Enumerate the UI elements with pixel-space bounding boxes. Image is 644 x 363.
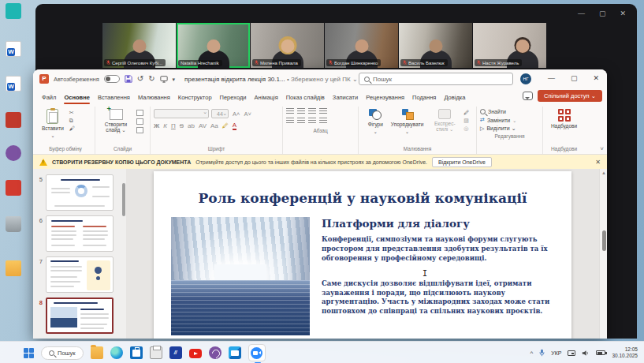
printer-icon[interactable] — [150, 346, 162, 359]
slide-thumbnail-row[interactable]: 6 — [33, 213, 126, 254]
participant-video[interactable]: Сергій Олегович Кубі... — [102, 23, 176, 68]
zoom-minimize-button[interactable]: — — [578, 9, 585, 17]
taskbar-search[interactable]: Пошук — [41, 346, 84, 360]
word-document-icon[interactable] — [6, 76, 21, 92]
tab-view[interactable]: Подання — [408, 92, 440, 104]
find-button[interactable]: Знайти — [480, 109, 539, 114]
grow-font-icon[interactable]: A˄ — [233, 110, 240, 118]
tab-transitions[interactable]: Переходи — [216, 92, 251, 104]
scroll-up-icon[interactable]: ▲ — [601, 170, 606, 175]
addins-button[interactable]: Надбудови — [549, 108, 579, 129]
slide-title[interactable]: Роль конференцій у науковій комунікації — [154, 190, 571, 206]
media-player-icon[interactable]: // — [169, 346, 182, 359]
font-name-combo[interactable] — [154, 109, 209, 118]
slide-6-thumbnail[interactable] — [46, 215, 114, 252]
desktop-app-icon[interactable] — [6, 3, 21, 19]
quick-access-more-icon[interactable]: ▾ — [173, 77, 176, 82]
line-spacing-icon[interactable] — [319, 108, 327, 114]
slide-paragraph-1[interactable]: Конференції, симпозіуми та наукові форум… — [322, 235, 554, 264]
tab-help[interactable]: Довідка — [440, 92, 469, 104]
red-app-shortcut-icon[interactable] — [6, 180, 21, 196]
viber-icon[interactable] — [209, 346, 221, 359]
slide-thumbnail-row[interactable]: 5 — [33, 172, 126, 213]
tab-animations[interactable]: Анімація — [251, 92, 282, 104]
undo-button[interactable]: ↺ — [137, 75, 143, 83]
reset-slide-icon[interactable] — [136, 118, 143, 125]
tab-home[interactable]: Основне — [60, 92, 93, 104]
folder-icon[interactable] — [6, 260, 21, 276]
italic-button[interactable]: К — [163, 123, 167, 129]
ppt-minimize-button[interactable]: — — [548, 74, 555, 82]
tab-file[interactable]: Файл — [38, 92, 60, 104]
ppt-search-box[interactable]: Пошук — [359, 73, 513, 85]
zoom-close-button[interactable]: ✕ — [620, 9, 626, 17]
warning-close-icon[interactable]: ✕ — [595, 159, 601, 166]
zoom-titlebar[interactable]: — ▢ ✕ — [35, 4, 637, 23]
word-document-icon[interactable] — [6, 41, 21, 57]
youtube-icon[interactable] — [189, 349, 202, 358]
participant-video[interactable]: Милена Привала — [251, 23, 324, 68]
shape-effects-icon[interactable]: ◎ — [463, 125, 469, 131]
cut-icon[interactable]: ✂ — [69, 110, 75, 115]
zoom-app-active[interactable] — [248, 344, 266, 361]
highlight-color-button[interactable]: 🖉 — [222, 123, 229, 129]
quick-styles-button[interactable]: Експрес-стилі ⌄ — [429, 108, 460, 133]
conference-hall-image[interactable] — [171, 217, 310, 335]
slide-7-thumbnail[interactable] — [46, 256, 114, 293]
collapse-ribbon-icon[interactable]: ˅ — [600, 145, 604, 152]
format-painter-icon[interactable]: 🖌 — [69, 125, 75, 131]
change-case-button[interactable]: Aa — [210, 123, 218, 129]
copy-icon[interactable]: ⧉ — [69, 118, 75, 123]
save-icon[interactable] — [125, 75, 132, 83]
share-button[interactable]: Спільний доступ ⌄ — [538, 90, 602, 102]
adobe-shortcut-icon[interactable] — [6, 112, 21, 128]
replace-button[interactable]: ⇄Замінити⌄ — [480, 117, 539, 123]
zoom-maximize-button[interactable]: ▢ — [599, 9, 606, 17]
open-onedrive-button[interactable]: Відкрити OneDrive — [432, 157, 492, 167]
slide-layout-icon[interactable] — [136, 110, 143, 116]
participant-video[interactable]: Богдан Шинкаренко — [325, 23, 398, 68]
bold-button[interactable]: Ж — [154, 123, 159, 129]
slideshow-icon[interactable] — [160, 75, 168, 83]
tab-insert[interactable]: Вставлення — [94, 92, 134, 104]
document-title[interactable]: презентація відкрита лекція 30.1... • Зб… — [184, 76, 358, 83]
panel-scrollbar[interactable] — [122, 183, 125, 216]
canvas-scrollbar[interactable]: ▲ — [599, 169, 607, 339]
speaker-icon[interactable] — [582, 350, 590, 357]
tray-chevron-icon[interactable]: ^ — [530, 350, 533, 357]
slide-8-thumbnail-selected[interactable] — [46, 298, 114, 334]
underline-button[interactable]: П — [171, 123, 176, 129]
redo-button[interactable]: ↻ — [148, 75, 154, 83]
edge-icon[interactable] — [110, 346, 123, 359]
comments-icon[interactable] — [523, 92, 533, 100]
numbering-icon[interactable] — [297, 108, 305, 114]
align-right-icon[interactable] — [308, 118, 316, 124]
align-left-icon[interactable] — [286, 118, 294, 124]
indent-decrease-icon[interactable] — [308, 108, 316, 114]
language-indicator[interactable]: УКР — [551, 350, 561, 356]
scrollbar-thumb[interactable] — [602, 230, 606, 251]
slide-paragraph-2[interactable]: Саме дискусія дозволяє відшліфувати ідеї… — [322, 279, 554, 317]
font-size-combo[interactable]: 44 — [211, 109, 229, 118]
mail-icon[interactable] — [229, 346, 241, 359]
bullets-icon[interactable] — [286, 108, 294, 114]
viber-shortcut-icon[interactable] — [6, 145, 21, 161]
shape-fill-icon[interactable]: 🖉 — [463, 110, 469, 115]
slide-heading[interactable]: Платформи для діалогу — [322, 217, 554, 230]
participant-video[interactable]: Василь Базелюк — [399, 23, 472, 68]
explorer-icon[interactable] — [91, 346, 103, 359]
tab-slideshow[interactable]: Показ слайдів — [282, 92, 329, 104]
text-shadow-button[interactable]: ab — [188, 123, 195, 129]
touch-keyboard-icon[interactable] — [568, 350, 575, 356]
shape-outline-icon[interactable]: ▨ — [463, 118, 469, 123]
slide-5-thumbnail[interactable] — [46, 174, 114, 211]
battery-icon[interactable] — [596, 350, 605, 355]
section-icon[interactable] — [136, 127, 143, 133]
account-avatar[interactable]: НГ — [520, 73, 531, 84]
tab-record[interactable]: Записати — [329, 92, 362, 104]
current-slide[interactable]: Роль конференцій у науковій комунікації … — [154, 171, 571, 339]
shrink-font-icon[interactable]: A˅ — [244, 110, 251, 118]
autosave-toggle[interactable] — [104, 75, 120, 83]
tab-draw[interactable]: Малювання — [134, 92, 174, 104]
participant-video[interactable]: Настя Журавель — [473, 23, 546, 68]
